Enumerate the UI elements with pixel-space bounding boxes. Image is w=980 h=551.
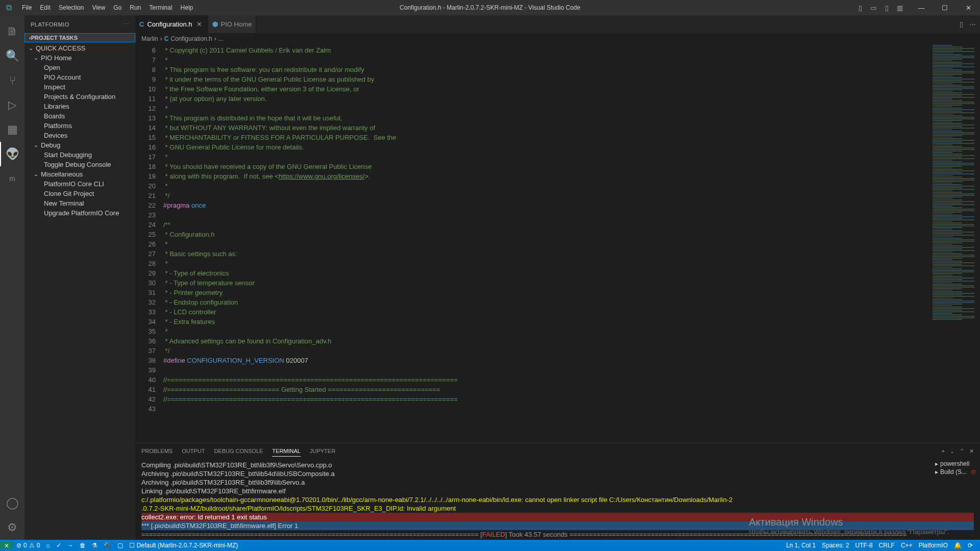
terminal-dropdown-icon[interactable]: ⌄ xyxy=(950,448,954,455)
search-icon[interactable]: 🔍 xyxy=(0,44,24,68)
menu-view[interactable]: View xyxy=(88,0,109,15)
minimize-button[interactable]: — xyxy=(910,0,933,15)
statusbar: ⨯ ⊘0 ⚠0 ⌂ ✓ → 🗑 ⚗ 🔌 ▢ ☐Default (Marlin-2… xyxy=(0,540,980,551)
sidebar-item-projects-&-configuration[interactable]: Projects & Configuration xyxy=(24,92,135,102)
sidebar: PLATFORMIO ⋯ ›PROJECT TASKS ⌄QUICK ACCES… xyxy=(24,15,135,540)
kill-terminal-icon[interactable]: ⊘ xyxy=(971,468,976,475)
maximize-panel-icon[interactable]: ⌃ xyxy=(960,448,964,455)
sidebar-item-start-debugging[interactable]: Start Debugging xyxy=(24,150,135,160)
pio-home-icon[interactable]: ⌂ xyxy=(43,542,53,549)
source-control-icon[interactable]: ⑂ xyxy=(0,68,24,93)
cursor-position[interactable]: Ln 1, Col 1 xyxy=(783,542,819,549)
pio-env-switcher[interactable]: ☐Default (Marlin-2.0.7.2-SKR-mini-MZ) xyxy=(126,542,241,549)
menu-file[interactable]: File xyxy=(18,0,36,15)
remote-indicator[interactable]: ⨯ xyxy=(0,542,13,549)
sidebar-item-libraries[interactable]: Libraries xyxy=(24,102,135,111)
accounts-icon[interactable]: ◯ xyxy=(0,491,24,515)
indentation[interactable]: Spaces: 2 xyxy=(819,542,852,549)
sidebar-more-icon[interactable]: ⋯ xyxy=(124,21,130,28)
menu-edit[interactable]: Edit xyxy=(36,0,55,15)
c-file-icon: C xyxy=(164,35,169,42)
encoding[interactable]: UTF-8 xyxy=(852,542,876,549)
platformio-icon[interactable]: 👽 xyxy=(0,142,24,166)
platformio-status[interactable]: PlatformIO xyxy=(916,542,951,549)
terminal-session-1[interactable]: ▸Build (S...⊘ xyxy=(935,468,976,476)
sidebar-item-platforms[interactable]: Platforms xyxy=(24,121,135,131)
menu-selection[interactable]: Selection xyxy=(55,0,88,15)
pio-upload-icon[interactable]: → xyxy=(64,542,77,549)
sidebar-item-upgrade-platformio-core[interactable]: Upgrade PlatformIO Core xyxy=(24,208,135,218)
layout-toggle-sidebar-icon[interactable]: ▯ xyxy=(854,2,866,13)
menubar: FileEditSelectionViewGoRunTerminalHelp xyxy=(18,0,197,15)
breadcrumb[interactable]: Marlin › C Configuration.h › ... xyxy=(135,33,980,44)
sidebar-item-open[interactable]: Open xyxy=(24,63,135,72)
layout-toggle-secondary-icon[interactable]: ▯ xyxy=(881,2,892,13)
errors-warnings[interactable]: ⊘0 ⚠0 xyxy=(13,542,43,549)
pio-terminal-icon[interactable]: ▢ xyxy=(114,542,126,549)
sidebar-item-platformio-core-cli[interactable]: PlatformIO Core CLI xyxy=(24,179,135,189)
tab-file-icon: C xyxy=(139,20,144,28)
breadcrumb-file[interactable]: Configuration.h xyxy=(170,35,212,42)
new-terminal-icon[interactable]: + xyxy=(942,448,945,455)
pio-test-icon[interactable]: ⚗ xyxy=(89,542,101,549)
panel-tabs: PROBLEMSOUTPUTDEBUG CONSOLETERMINALJUPYT… xyxy=(135,443,980,459)
vscode-logo: ⧉ xyxy=(0,3,18,12)
quick-access-section[interactable]: ⌄QUICK ACCESS xyxy=(24,43,135,53)
language-mode[interactable]: C++ xyxy=(898,542,916,549)
activitybar: 🗎 🔍 ⑂ ▷ ▦ 👽 m ◯ ⚙ xyxy=(0,15,24,540)
makefile-icon[interactable]: m xyxy=(0,166,24,191)
settings-gear-icon[interactable]: ⚙ xyxy=(0,515,24,540)
sidebar-item-boards[interactable]: Boards xyxy=(24,111,135,121)
split-editor-icon[interactable]: ▯ xyxy=(960,20,963,28)
panel-tab-debug-console[interactable]: DEBUG CONSOLE xyxy=(214,446,263,457)
extensions-icon[interactable]: ▦ xyxy=(0,117,24,142)
explorer-icon[interactable]: 🗎 xyxy=(0,19,24,44)
sidebar-item-pio-account[interactable]: PIO Account xyxy=(24,72,135,82)
minimap[interactable] xyxy=(930,44,980,443)
menu-go[interactable]: Go xyxy=(109,0,126,15)
breadcrumb-more[interactable]: ... xyxy=(218,35,224,42)
sidebar-item-inspect[interactable]: Inspect xyxy=(24,82,135,92)
customize-layout-icon[interactable]: ▥ xyxy=(894,2,905,13)
feedback-icon[interactable]: ⟳ xyxy=(965,542,976,549)
sidebar-group-debug[interactable]: ⌄Debug xyxy=(24,140,135,150)
panel-tab-output[interactable]: OUTPUT xyxy=(182,446,205,457)
menu-help[interactable]: Help xyxy=(177,0,198,15)
editor-more-icon[interactable]: ⋯ xyxy=(969,20,976,28)
eol[interactable]: CRLF xyxy=(876,542,898,549)
project-tasks-section[interactable]: ›PROJECT TASKS xyxy=(24,33,135,42)
sidebar-item-devices[interactable]: Devices xyxy=(24,131,135,140)
menu-run[interactable]: Run xyxy=(126,0,145,15)
notifications-icon[interactable]: 🔔 xyxy=(951,542,965,549)
panel-tab-problems[interactable]: PROBLEMS xyxy=(141,446,173,457)
close-tab-icon[interactable]: ✕ xyxy=(195,20,204,28)
terminal-session-0[interactable]: ▸powershell xyxy=(935,460,976,468)
terminal-content[interactable]: Compiling .pio\build\STM32F103RE_btt\lib… xyxy=(135,459,980,540)
menu-terminal[interactable]: Terminal xyxy=(145,0,176,15)
sidebar-group-pio-home[interactable]: ⌄PIO Home xyxy=(24,53,135,63)
close-panel-icon[interactable]: ✕ xyxy=(969,448,974,455)
terminal-list: ▸powershell▸Build (S...⊘ xyxy=(935,460,976,476)
sidebar-item-toggle-debug-console[interactable]: Toggle Debug Console xyxy=(24,160,135,169)
sidebar-item-clone-git-project[interactable]: Clone Git Project xyxy=(24,189,135,198)
code-editor[interactable]: * Copyright (c) 2011 Camiel Gubbels / Er… xyxy=(163,44,930,443)
breadcrumb-root[interactable]: Marlin xyxy=(141,35,158,42)
tab-configuration.h[interactable]: CConfiguration.h✕ xyxy=(135,15,208,33)
bottom-panel: PROBLEMSOUTPUTDEBUG CONSOLETERMINALJUPYT… xyxy=(135,443,980,540)
sidebar-tree: ⌄QUICK ACCESS ⌄PIO HomeOpenPIO AccountIn… xyxy=(24,42,135,219)
pio-build-icon[interactable]: ✓ xyxy=(53,542,64,549)
layout-toggle-panel-icon[interactable]: ▭ xyxy=(868,2,879,13)
editor-tabs: CConfiguration.h✕⬢PIO Home ▯ ⋯ xyxy=(135,15,980,33)
run-debug-icon[interactable]: ▷ xyxy=(0,93,24,117)
tab-file-icon: ⬢ xyxy=(212,20,218,28)
pio-clean-icon[interactable]: 🗑 xyxy=(77,542,89,549)
tab-pio-home[interactable]: ⬢PIO Home xyxy=(208,15,257,33)
maximize-button[interactable]: ☐ xyxy=(933,0,957,15)
window-title: Configuration.h - Marlin-2.0.7.2-SKR-min… xyxy=(400,4,580,11)
close-button[interactable]: ✕ xyxy=(957,0,980,15)
pio-monitor-icon[interactable]: 🔌 xyxy=(101,542,114,549)
sidebar-group-miscellaneous[interactable]: ⌄Miscellaneous xyxy=(24,169,135,179)
panel-tab-terminal[interactable]: TERMINAL xyxy=(272,446,301,457)
sidebar-item-new-terminal[interactable]: New Terminal xyxy=(24,198,135,208)
panel-tab-jupyter[interactable]: JUPYTER xyxy=(310,446,335,457)
